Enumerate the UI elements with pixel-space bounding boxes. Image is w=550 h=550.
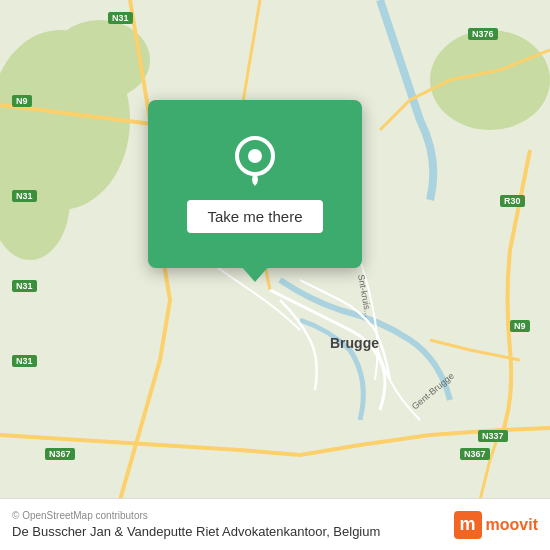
location-pin-icon xyxy=(229,136,281,188)
bottom-bar-info: © OpenStreetMap contributors De Busscher… xyxy=(12,510,444,539)
svg-text:Brugge: Brugge xyxy=(330,335,379,351)
popup-card: Take me there xyxy=(148,100,362,268)
bottom-bar: © OpenStreetMap contributors De Busscher… xyxy=(0,498,550,550)
moovit-logo-text: moovit xyxy=(486,516,538,534)
take-me-there-button[interactable]: Take me there xyxy=(187,200,322,233)
moovit-logo-letter: m xyxy=(454,511,482,539)
map-container: Afdinding... Snt-kruis... Gent-Brugge Br… xyxy=(0,0,550,550)
svg-point-10 xyxy=(248,149,262,163)
copyright-text: © OpenStreetMap contributors xyxy=(12,510,444,521)
place-name: De Busscher Jan & Vandeputte Riet Advoka… xyxy=(12,524,444,539)
moovit-logo: m moovit xyxy=(454,511,538,539)
